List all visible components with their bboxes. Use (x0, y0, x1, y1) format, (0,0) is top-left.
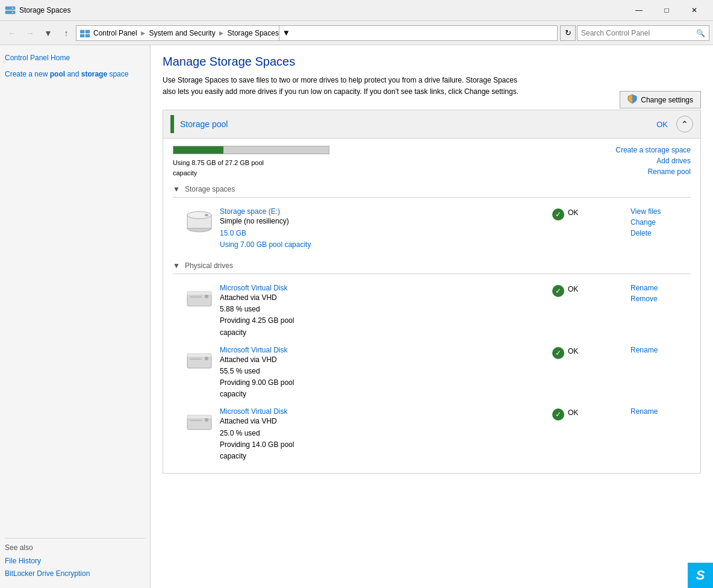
page-title: Manage Storage Spaces (163, 55, 701, 69)
svg-rect-17 (187, 354, 211, 357)
pool-color-bar (170, 115, 174, 133)
forward-button[interactable]: → (22, 25, 39, 42)
skype-icon[interactable]: S (688, 563, 713, 588)
sidebar-bitlocker[interactable]: BitLocker Drive Encryption (5, 568, 145, 580)
physical-drive-status-2: ✓ OK (552, 407, 624, 421)
physical-drive-icon-1 (185, 346, 214, 375)
add-drives-link[interactable]: Add drives (615, 157, 691, 165)
svg-rect-7 (86, 34, 90, 37)
address-dropdown-button[interactable]: ▼ (279, 25, 293, 41)
physical-drive-name-2[interactable]: Microsoft Virtual Disk (220, 407, 287, 416)
skype-label: S (696, 568, 705, 583)
svg-point-18 (205, 357, 208, 360)
rename-drive-link-2[interactable]: Rename (630, 407, 691, 416)
physical-drive-connection-2: Attached via VHD (220, 417, 277, 425)
physical-drive-actions-1: Rename (630, 346, 691, 354)
storage-space-size-0[interactable]: 15.0 GB (220, 229, 246, 237)
physical-drive-actions-2: Rename (630, 407, 691, 416)
create-storage-space-link[interactable]: Create a storage space (615, 146, 691, 154)
pool-actions: Create a storage space Add drives Rename… (615, 146, 691, 176)
pool-ok-button[interactable]: OK (656, 120, 668, 129)
pool-collapse-button[interactable]: ⌃ (676, 116, 693, 133)
physical-drive-name-0[interactable]: Microsoft Virtual Disk (220, 284, 287, 292)
see-also-label: See also (5, 543, 145, 552)
storage-spaces-icon (5, 5, 16, 16)
remove-drive-link-0[interactable]: Remove (630, 295, 691, 303)
close-button[interactable]: ✕ (680, 0, 708, 21)
rename-drive-link-1[interactable]: Rename (630, 346, 691, 354)
sidebar-top: Control Panel Home Create a new pool and… (5, 52, 145, 81)
physical-drive-item-1: Microsoft Virtual Disk Attached via VHD … (173, 342, 691, 404)
minimize-button[interactable]: — (625, 0, 653, 21)
breadcrumb-system-security[interactable]: System and Security (149, 29, 216, 37)
up-button[interactable]: ↑ (58, 25, 75, 42)
svg-point-2 (12, 8, 13, 9)
storage-space-icon-0 (185, 207, 214, 236)
svg-rect-21 (187, 415, 211, 419)
storage-space-item-0: Storage space (E:) Simple (no resiliency… (173, 204, 691, 254)
physical-drives-section-header: ▼ Physical drives (173, 261, 691, 274)
sidebar-control-panel-home[interactable]: Control Panel Home (5, 52, 145, 64)
breadcrumb: Control Panel ► System and Security ► St… (93, 29, 279, 37)
rename-drive-link-0[interactable]: Rename (630, 284, 691, 292)
physical-drive-providing-0: Providing 4.25 GB poolcapacity (220, 316, 294, 336)
storage-spaces-chevron[interactable]: ▼ (173, 185, 180, 193)
svg-rect-4 (80, 30, 84, 33)
physical-drive-item-0: Microsoft Virtual Disk Attached via VHD … (173, 280, 691, 342)
physical-drive-status-1: ✓ OK (552, 346, 624, 359)
search-box[interactable]: 🔍 (577, 25, 709, 41)
address-field[interactable]: Control Panel ► System and Security ► St… (76, 25, 558, 41)
rename-pool-link[interactable]: Rename pool (615, 167, 691, 176)
physical-drive-icon-2 (185, 407, 214, 436)
ok-text-storage-0: OK (568, 208, 578, 217)
title-bar: Storage Spaces — □ ✕ (0, 0, 713, 21)
physical-drive-icon-0 (185, 284, 214, 313)
physical-drives-chevron[interactable]: ▼ (173, 261, 180, 270)
sidebar-create-pool[interactable]: Create a new pool and storage space (5, 69, 145, 80)
physical-drive-used-2: 25.0 % used (220, 429, 260, 437)
address-bar: ← → ▼ ↑ Control Panel ► System and Secur… (0, 21, 713, 45)
shield-icon (627, 94, 637, 105)
ok-icon-drive-0: ✓ (552, 285, 564, 297)
usage-bar (173, 146, 329, 154)
physical-drive-actions-0: Rename Remove (630, 284, 691, 303)
physical-drive-info-2: Microsoft Virtual Disk Attached via VHD … (220, 407, 546, 462)
ok-icon-drive-2: ✓ (552, 408, 564, 421)
svg-point-14 (205, 295, 208, 298)
svg-rect-6 (86, 30, 90, 33)
dropdown-recent-button[interactable]: ▼ (40, 25, 57, 42)
content-area: Change settings Manage Storage Spaces Us… (151, 45, 713, 588)
usage-bar-container: Using 8.75 GB of 27.2 GB poolcapacity Cr… (173, 146, 691, 178)
storage-space-usage-0[interactable]: Using 7.00 GB pool capacity (220, 240, 311, 249)
delete-link-0[interactable]: Delete (630, 229, 691, 237)
svg-rect-1 (5, 11, 15, 14)
sidebar-file-history[interactable]: File History (5, 555, 145, 567)
storage-space-info-0: Storage space (E:) Simple (no resiliency… (220, 207, 546, 251)
usage-bar-fill (173, 146, 223, 154)
window-title: Storage Spaces (19, 6, 625, 14)
back-button[interactable]: ← (4, 25, 20, 42)
svg-point-22 (205, 418, 208, 422)
change-link-0[interactable]: Change (630, 218, 691, 227)
physical-drive-connection-1: Attached via VHD (220, 355, 277, 364)
maximize-button[interactable]: □ (653, 0, 680, 21)
breadcrumb-storage-spaces[interactable]: Storage Spaces (228, 29, 279, 37)
change-settings-button[interactable]: Change settings (620, 91, 701, 108)
svg-rect-19 (190, 358, 202, 360)
storage-space-actions-0: View files Change Delete (630, 207, 691, 237)
physical-drive-providing-2: Providing 14.0 GB poolcapacity (220, 440, 294, 460)
view-files-link-0[interactable]: View files (630, 207, 691, 216)
breadcrumb-control-panel[interactable]: Control Panel (93, 29, 137, 37)
window-controls: — □ ✕ (625, 0, 708, 21)
physical-drive-name-1[interactable]: Microsoft Virtual Disk (220, 346, 287, 354)
ok-text-drive-0: OK (568, 285, 578, 293)
svg-point-3 (12, 12, 13, 13)
storage-space-name-0[interactable]: Storage space (E:) (220, 207, 280, 216)
refresh-button[interactable]: ↻ (560, 25, 576, 41)
svg-rect-0 (5, 7, 15, 10)
description: Use Storage Spaces to save files to two … (163, 75, 524, 98)
physical-drive-connection-0: Attached via VHD (220, 293, 277, 302)
ok-icon-storage-0: ✓ (552, 208, 564, 220)
storage-pool-header: Storage pool OK ⌃ (163, 110, 700, 139)
search-input[interactable] (581, 29, 696, 37)
